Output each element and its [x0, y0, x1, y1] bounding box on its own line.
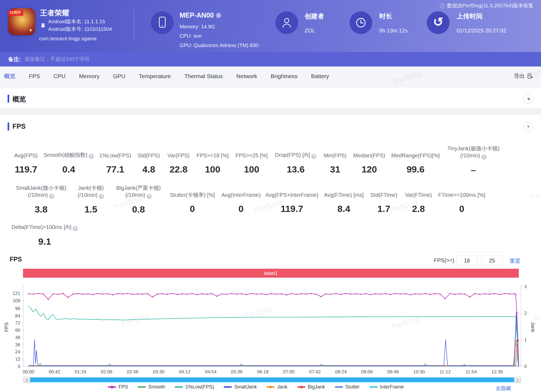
report-header: 10周年 ✦ 王者荣耀 Android版本名: 11.1.1.15 Androi…: [0, 0, 541, 52]
stat-value: 9.1: [12, 236, 78, 247]
svg-text:00:42: 00:42: [49, 369, 60, 374]
stat-cell: 1%Low(FPS)77.1: [99, 145, 131, 175]
duration-label: 时长: [379, 12, 392, 21]
legend-item-Jank[interactable]: Jank: [266, 384, 287, 390]
android-version-name: Android版本名: 11.1.1.15: [48, 18, 112, 25]
upload-value: 01/12/2025 20:27:02: [457, 28, 506, 34]
fps-collapse-button[interactable]: ▼: [523, 122, 533, 131]
stat-cell: Delta(FTime)>100ms [/h]?9.1: [12, 217, 78, 247]
stat-label: Avg(FTime) [ms]: [324, 184, 364, 198]
help-icon[interactable]: ?: [49, 194, 54, 199]
stat-label: FTime>=100ms [%]: [438, 184, 485, 198]
stat-label: Var(FTime): [405, 184, 432, 198]
svg-text:07:42: 07:42: [309, 369, 321, 374]
stat-value: 1.7: [370, 204, 397, 214]
nav-bar: 概览FPSCPUMemoryGPUTemperatureThermal Stat…: [0, 67, 541, 86]
fps-accent-bar: [8, 122, 9, 131]
svg-text:0: 0: [18, 364, 20, 369]
stat-label: BigJank(严重卡顿)(/10min)?: [116, 184, 161, 199]
stat-label: Avg(FPS): [14, 145, 38, 159]
help-icon[interactable]: ?: [147, 194, 152, 199]
stat-value: 4.8: [138, 164, 160, 175]
info-icon: i: [440, 3, 445, 8]
app-package: com.tencent.tmgp.sgame: [39, 36, 97, 42]
stat-value: –: [447, 165, 500, 175]
spark-icon: ✦: [28, 27, 33, 34]
nav-tab-1[interactable]: FPS: [29, 73, 40, 79]
stat-value: 8.4: [324, 204, 364, 214]
game-title: 王者荣耀: [40, 8, 69, 18]
stat-value: 100: [236, 164, 268, 175]
overview-collapse-button[interactable]: ◀: [523, 94, 533, 104]
device-icon: [151, 11, 174, 34]
stat-value: 1.5: [78, 204, 104, 215]
svg-text:00:00: 00:00: [23, 369, 34, 374]
stat-cell: FPS>=18 [%]100: [197, 145, 229, 175]
fps-threshold-input-1[interactable]: [457, 255, 477, 266]
device-info-icon[interactable]: i: [216, 13, 221, 18]
stat-value: 0.8: [116, 204, 161, 215]
stat-value: 0: [438, 204, 485, 214]
svg-text:10:30: 10:30: [413, 369, 425, 374]
legend-item-Smooth[interactable]: Smooth: [138, 384, 165, 390]
stat-label: Avg(InterFrame): [221, 184, 260, 198]
help-icon[interactable]: ?: [99, 194, 104, 199]
reset-button[interactable]: 重置: [510, 257, 520, 265]
stat-label: Delta(FTime)>100ms [/h]?: [12, 217, 78, 231]
nav-tab-2[interactable]: CPU: [54, 73, 65, 79]
nav-tab-5[interactable]: Temperature: [139, 73, 171, 79]
legend-item-Stutter[interactable]: Stutter: [335, 384, 360, 390]
header-divider: [134, 10, 134, 42]
svg-text:01:24: 01:24: [75, 369, 86, 374]
stats-divider: [8, 253, 533, 253]
help-icon[interactable]: ?: [481, 154, 487, 160]
stat-label: SmallJank(微小卡顿)(/10min)?: [16, 184, 66, 199]
slider-handle-left[interactable]: [23, 377, 30, 383]
slider-handle-right[interactable]: [514, 377, 521, 383]
android-version-code: Android版本号: 1101011504: [48, 25, 112, 33]
help-icon[interactable]: ?: [89, 154, 94, 159]
stat-value: 0: [170, 204, 215, 214]
note-input[interactable]: [25, 56, 198, 62]
fps-threshold-input-2[interactable]: [482, 255, 502, 266]
svg-text:96: 96: [15, 306, 20, 311]
app-version-lines: Android版本名: 11.1.1.15 Android版本号: 110101…: [48, 18, 112, 33]
svg-text:09:48: 09:48: [387, 369, 399, 374]
stat-value: 31: [324, 164, 347, 175]
stat-cell: Smooth(稳帧指数)?0.4: [44, 145, 94, 175]
nav-tab-8[interactable]: Brightness: [271, 73, 298, 79]
stat-value: 120: [353, 164, 385, 175]
stat-value: 100: [197, 164, 229, 175]
slider-range[interactable]: [27, 377, 518, 382]
help-icon[interactable]: ?: [311, 154, 316, 159]
svg-text:12:36: 12:36: [491, 369, 503, 374]
time-range-slider[interactable]: [23, 377, 521, 383]
stat-value: 99.6: [391, 164, 440, 175]
svg-text:2: 2: [524, 311, 527, 316]
stat-cell: BigJank(严重卡顿)(/10min)?0.8: [116, 184, 161, 215]
legend-item-1-Low-FPS-[interactable]: 1%Low(FPS): [175, 384, 214, 390]
stat-label: Min(FPS): [324, 145, 347, 159]
legend-item-BigJank[interactable]: BigJank: [297, 384, 325, 390]
svg-text:Jank: Jank: [530, 322, 536, 333]
svg-text:11:54: 11:54: [466, 369, 477, 374]
stat-label: Avg(FPS+InterFrame): [265, 184, 318, 198]
nav-tab-6[interactable]: Thermal Status: [184, 73, 223, 79]
nav-tab-9[interactable]: Battery: [311, 73, 329, 79]
creator-label: 创建者: [305, 12, 324, 21]
help-icon[interactable]: ?: [73, 226, 78, 231]
nav-tab-3[interactable]: Memory: [79, 73, 100, 79]
legend-item-InterFrame[interactable]: InterFrame: [370, 384, 404, 390]
stat-value: 2.8: [405, 204, 432, 214]
svg-text:60: 60: [15, 328, 20, 333]
hide-all-button[interactable]: 全隐藏: [496, 385, 511, 392]
stat-label: Std(FPS): [138, 145, 160, 159]
stat-cell: FPS>=25 [%]100: [236, 145, 268, 175]
export-button[interactable]: 导出: [514, 67, 533, 86]
legend-item-FPS[interactable]: FPS: [108, 384, 128, 390]
nav-tab-4[interactable]: GPU: [113, 73, 126, 79]
nav-tab-0[interactable]: 概览: [4, 72, 15, 80]
svg-text:24: 24: [15, 349, 20, 354]
legend-item-SmallJank[interactable]: SmallJank: [224, 384, 257, 390]
nav-tab-7[interactable]: Network: [236, 73, 257, 79]
